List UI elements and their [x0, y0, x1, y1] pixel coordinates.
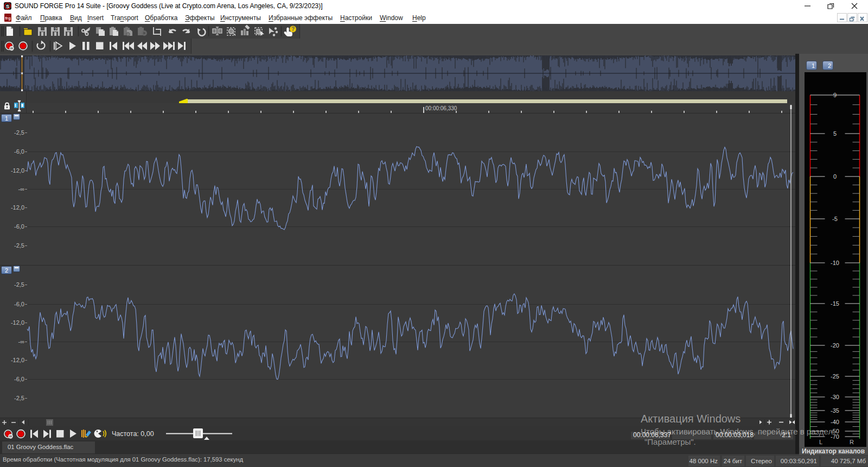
svg-text:-5: -5: [832, 216, 838, 222]
svg-text:-15: -15: [831, 300, 839, 307]
svg-text:0: 0: [833, 173, 837, 180]
svg-text:-30: -30: [831, 394, 839, 400]
svg-text:S: S: [6, 4, 9, 9]
svg-text:-20: -20: [831, 342, 839, 349]
svg-text:5: 5: [833, 130, 837, 137]
svg-text:?: ?: [291, 26, 295, 32]
svg-text:-25: -25: [831, 373, 839, 380]
svg-text:frg: frg: [5, 16, 11, 21]
svg-text:-10: -10: [831, 260, 839, 266]
svg-text:?: ?: [55, 27, 57, 31]
svg-text:9: 9: [833, 92, 837, 98]
svg-text:Частота: 0,00: Частота: 0,00: [112, 430, 154, 438]
svg-text:00:00:06,330: 00:00:06,330: [425, 105, 457, 111]
